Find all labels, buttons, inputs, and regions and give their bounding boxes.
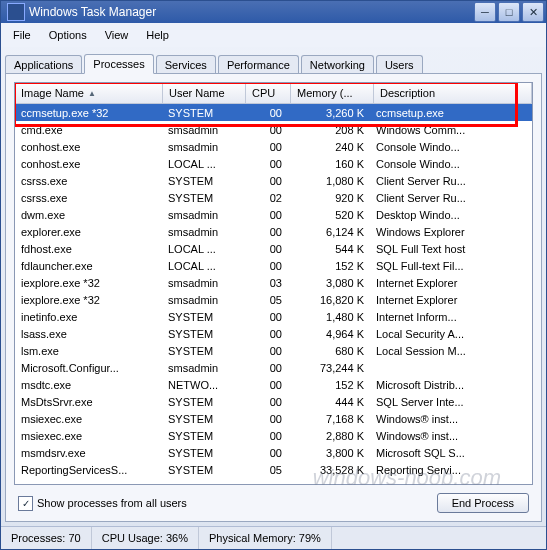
cell-mem: 73,244 K: [288, 362, 370, 374]
menu-file[interactable]: File: [5, 27, 39, 43]
cell-mem: 240 K: [288, 141, 370, 153]
cell-user: SYSTEM: [162, 311, 244, 323]
cell-name: dwm.exe: [15, 209, 162, 221]
cell-desc: Internet Inform...: [370, 311, 532, 323]
table-row[interactable]: msmdsrv.exeSYSTEM003,800 KMicrosoft SQL …: [15, 444, 532, 461]
table-row[interactable]: conhost.exesmsadmin00240 KConsole Windo.…: [15, 138, 532, 155]
table-row[interactable]: conhost.exeLOCAL ...00160 KConsole Windo…: [15, 155, 532, 172]
checkbox-icon: ✓: [18, 496, 33, 511]
col-cpu[interactable]: CPU: [246, 83, 291, 103]
table-row[interactable]: Microsoft.Configur...smsadmin0073,244 K: [15, 359, 532, 376]
cell-cpu: 00: [244, 260, 288, 272]
cell-cpu: 00: [244, 447, 288, 459]
table-row[interactable]: cmd.exesmsadmin00208 KWindows Comm...: [15, 121, 532, 138]
table-row[interactable]: msiexec.exeSYSTEM002,880 KWindows® inst.…: [15, 427, 532, 444]
cell-user: SYSTEM: [162, 447, 244, 459]
col-description[interactable]: Description: [374, 83, 532, 103]
cell-name: fdlauncher.exe: [15, 260, 162, 272]
cell-user: SYSTEM: [162, 430, 244, 442]
cell-cpu: 00: [244, 311, 288, 323]
cell-desc: Windows® inst...: [370, 430, 532, 442]
menu-options[interactable]: Options: [41, 27, 95, 43]
cell-cpu: 00: [244, 175, 288, 187]
cell-mem: 544 K: [288, 243, 370, 255]
cell-desc: Internet Explorer: [370, 277, 532, 289]
table-row[interactable]: csrss.exeSYSTEM02920 KClient Server Ru..…: [15, 189, 532, 206]
menubar: File Options View Help: [1, 23, 546, 47]
cell-name: msdtc.exe: [15, 379, 162, 391]
cell-cpu: 00: [244, 209, 288, 221]
tab-performance[interactable]: Performance: [218, 55, 299, 74]
cell-mem: 2,880 K: [288, 430, 370, 442]
table-row[interactable]: msiexec.exeSYSTEM007,168 KWindows® inst.…: [15, 410, 532, 427]
tab-users[interactable]: Users: [376, 55, 423, 74]
table-row[interactable]: msdtc.exeNETWO...00152 KMicrosoft Distri…: [15, 376, 532, 393]
tab-applications[interactable]: Applications: [5, 55, 82, 74]
cell-user: SYSTEM: [162, 192, 244, 204]
cell-name: msiexec.exe: [15, 430, 162, 442]
table-row[interactable]: explorer.exesmsadmin006,124 KWindows Exp…: [15, 223, 532, 240]
cell-desc: SQL Full Text host: [370, 243, 532, 255]
maximize-button[interactable]: □: [498, 2, 520, 22]
cell-name: conhost.exe: [15, 158, 162, 170]
table-row[interactable]: dwm.exesmsadmin00520 KDesktop Windo...: [15, 206, 532, 223]
cell-user: smsadmin: [162, 294, 244, 306]
table-row[interactable]: ccmsetup.exe *32SYSTEM003,260 Kccmsetup.…: [15, 104, 532, 121]
table-row[interactable]: fdhost.exeLOCAL ...00544 KSQL Full Text …: [15, 240, 532, 257]
table-row[interactable]: csrss.exeSYSTEM001,080 KClient Server Ru…: [15, 172, 532, 189]
menu-view[interactable]: View: [97, 27, 137, 43]
process-list-body[interactable]: ccmsetup.exe *32SYSTEM003,260 Kccmsetup.…: [15, 104, 532, 484]
tab-networking[interactable]: Networking: [301, 55, 374, 74]
cell-name: msiexec.exe: [15, 413, 162, 425]
cell-mem: 680 K: [288, 345, 370, 357]
cell-cpu: 00: [244, 226, 288, 238]
cell-name: csrss.exe: [15, 175, 162, 187]
cell-user: smsadmin: [162, 226, 244, 238]
cell-user: SYSTEM: [162, 107, 244, 119]
cell-mem: 520 K: [288, 209, 370, 221]
tab-processes[interactable]: Processes: [84, 54, 153, 74]
cell-cpu: 02: [244, 192, 288, 204]
cell-desc: Internet Explorer: [370, 294, 532, 306]
cell-desc: Client Server Ru...: [370, 192, 532, 204]
show-all-users-checkbox[interactable]: ✓ Show processes from all users: [18, 496, 187, 511]
table-row[interactable]: iexplore.exe *32smsadmin033,080 KInterne…: [15, 274, 532, 291]
cell-mem: 152 K: [288, 260, 370, 272]
cell-user: smsadmin: [162, 277, 244, 289]
status-processes: Processes: 70: [1, 527, 92, 549]
table-row[interactable]: lsass.exeSYSTEM004,964 KLocal Security A…: [15, 325, 532, 342]
table-row[interactable]: MsDtsSrvr.exeSYSTEM00444 KSQL Server Int…: [15, 393, 532, 410]
cell-desc: Desktop Windo...: [370, 209, 532, 221]
cell-mem: 152 K: [288, 379, 370, 391]
cell-user: SYSTEM: [162, 345, 244, 357]
titlebar[interactable]: Windows Task Manager ─ □ ✕: [1, 1, 546, 23]
cell-mem: 160 K: [288, 158, 370, 170]
cell-name: ReportingServicesS...: [15, 464, 162, 476]
table-row[interactable]: inetinfo.exeSYSTEM001,480 KInternet Info…: [15, 308, 532, 325]
statusbar: Processes: 70 CPU Usage: 36% Physical Me…: [1, 526, 546, 549]
table-row[interactable]: fdlauncher.exeLOCAL ...00152 KSQL Full-t…: [15, 257, 532, 274]
cell-desc: ccmsetup.exe: [370, 107, 532, 119]
cell-user: LOCAL ...: [162, 243, 244, 255]
cell-name: inetinfo.exe: [15, 311, 162, 323]
cell-name: ccmsetup.exe *32: [15, 107, 162, 119]
cell-cpu: 03: [244, 277, 288, 289]
cell-mem: 4,964 K: [288, 328, 370, 340]
col-user-name[interactable]: User Name: [163, 83, 246, 103]
process-list: Image Name▲ User Name CPU Memory (... De…: [14, 82, 533, 485]
minimize-button[interactable]: ─: [474, 2, 496, 22]
col-memory[interactable]: Memory (...: [291, 83, 374, 103]
close-button[interactable]: ✕: [522, 2, 544, 22]
table-row[interactable]: lsm.exeSYSTEM00680 KLocal Session M...: [15, 342, 532, 359]
table-row[interactable]: ReportingServicesS...SYSTEM0533,528 KRep…: [15, 461, 532, 478]
cell-name: iexplore.exe *32: [15, 277, 162, 289]
cell-desc: Windows Comm...: [370, 124, 532, 136]
tab-services[interactable]: Services: [156, 55, 216, 74]
cell-name: lsm.exe: [15, 345, 162, 357]
end-process-button[interactable]: End Process: [437, 493, 529, 513]
col-image-name[interactable]: Image Name▲: [15, 83, 163, 103]
cell-mem: 6,124 K: [288, 226, 370, 238]
menu-help[interactable]: Help: [138, 27, 177, 43]
table-row[interactable]: iexplore.exe *32smsadmin0516,820 KIntern…: [15, 291, 532, 308]
status-cpu: CPU Usage: 36%: [92, 527, 199, 549]
